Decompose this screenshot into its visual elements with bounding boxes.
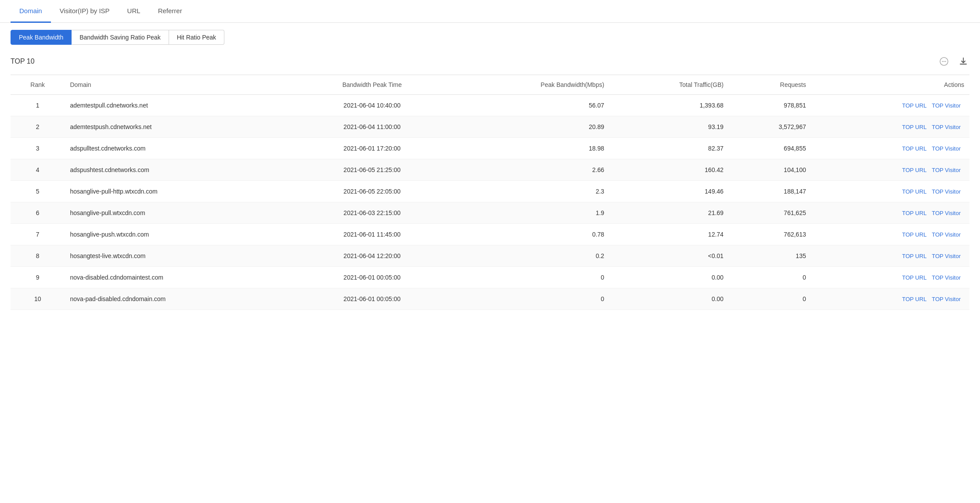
cell-actions: TOP URL TOP Visitor	[811, 181, 969, 202]
section-header: TOP 10	[0, 52, 980, 75]
sub-tabs: Peak Bandwidth Bandwidth Saving Ratio Pe…	[0, 23, 980, 52]
cell-total-traffic: 82.37	[609, 138, 729, 159]
subtab-bandwidth-saving[interactable]: Bandwidth Saving Ratio Peak	[72, 30, 169, 45]
top-visitor-button[interactable]: TOP Visitor	[932, 167, 961, 173]
page-container: Domain Visitor(IP) by ISP URL Referrer P…	[0, 0, 980, 310]
cell-domain: hosanglive-push.wtxcdn.com	[65, 224, 296, 245]
download-icon	[958, 57, 968, 66]
cell-total-traffic: 1,393.68	[609, 95, 729, 116]
top-url-button[interactable]: TOP URL	[902, 253, 926, 259]
cell-domain: nova-disabled.cdndomaintest.com	[65, 267, 296, 288]
cell-actions: TOP URL TOP Visitor	[811, 95, 969, 116]
top-url-button[interactable]: TOP URL	[902, 124, 926, 130]
cell-bandwidth-peak-time: 2021-06-04 10:40:00	[296, 95, 448, 116]
cell-rank: 4	[11, 159, 65, 181]
col-header-domain: Domain	[65, 75, 296, 95]
top-visitor-button[interactable]: TOP Visitor	[932, 188, 961, 195]
tab-url[interactable]: URL	[119, 0, 149, 23]
top-url-button[interactable]: TOP URL	[902, 231, 926, 238]
tab-domain[interactable]: Domain	[11, 0, 51, 23]
top-url-button[interactable]: TOP URL	[902, 145, 926, 152]
cell-domain: hosanglive-pull.wtxcdn.com	[65, 202, 296, 224]
subtab-hit-ratio[interactable]: Hit Ratio Peak	[169, 30, 224, 45]
cell-peak-bandwidth: 56.07	[448, 95, 609, 116]
top-url-button[interactable]: TOP URL	[902, 167, 926, 173]
cell-bandwidth-peak-time: 2021-06-01 00:05:00	[296, 288, 448, 310]
more-icon	[939, 57, 949, 66]
cell-peak-bandwidth: 18.98	[448, 138, 609, 159]
cell-requests: 761,625	[729, 202, 811, 224]
cell-actions: TOP URL TOP Visitor	[811, 116, 969, 138]
top-url-button[interactable]: TOP URL	[902, 188, 926, 195]
cell-requests: 3,572,967	[729, 116, 811, 138]
cell-requests: 0	[729, 288, 811, 310]
top-visitor-button[interactable]: TOP Visitor	[932, 253, 961, 259]
top-url-button[interactable]: TOP URL	[902, 274, 926, 281]
top-visitor-button[interactable]: TOP Visitor	[932, 296, 961, 302]
cell-rank: 8	[11, 245, 65, 267]
table-row: 2 ademtestpush.cdnetworks.net 2021-06-04…	[11, 116, 969, 138]
table-header-row: Rank Domain Bandwidth Peak Time Peak Ban…	[11, 75, 969, 95]
cell-domain: adspulltest.cdnetworks.com	[65, 138, 296, 159]
cell-total-traffic: 149.46	[609, 181, 729, 202]
cell-rank: 3	[11, 138, 65, 159]
cell-rank: 5	[11, 181, 65, 202]
table-wrapper: Rank Domain Bandwidth Peak Time Peak Ban…	[0, 75, 980, 310]
cell-actions: TOP URL TOP Visitor	[811, 288, 969, 310]
cell-rank: 2	[11, 116, 65, 138]
cell-actions: TOP URL TOP Visitor	[811, 224, 969, 245]
cell-requests: 188,147	[729, 181, 811, 202]
cell-total-traffic: 0.00	[609, 267, 729, 288]
col-header-bandwidth-peak-time: Bandwidth Peak Time	[296, 75, 448, 95]
table-row: 10 nova-pad-disabled.cdndomain.com 2021-…	[11, 288, 969, 310]
top-tabs: Domain Visitor(IP) by ISP URL Referrer	[0, 0, 980, 23]
cell-peak-bandwidth: 2.3	[448, 181, 609, 202]
download-button[interactable]	[957, 55, 969, 68]
top-visitor-button[interactable]: TOP Visitor	[932, 102, 961, 109]
cell-bandwidth-peak-time: 2021-06-01 17:20:00	[296, 138, 448, 159]
cell-requests: 104,100	[729, 159, 811, 181]
cell-total-traffic: 0.00	[609, 288, 729, 310]
cell-peak-bandwidth: 0	[448, 288, 609, 310]
cell-domain: ademtestpush.cdnetworks.net	[65, 116, 296, 138]
col-header-actions: Actions	[811, 75, 969, 95]
cell-requests: 978,851	[729, 95, 811, 116]
cell-requests: 694,855	[729, 138, 811, 159]
subtab-peak-bandwidth[interactable]: Peak Bandwidth	[11, 30, 72, 45]
top-visitor-button[interactable]: TOP Visitor	[932, 210, 961, 216]
cell-requests: 135	[729, 245, 811, 267]
data-table: Rank Domain Bandwidth Peak Time Peak Ban…	[11, 75, 969, 310]
cell-actions: TOP URL TOP Visitor	[811, 138, 969, 159]
cell-bandwidth-peak-time: 2021-06-05 22:05:00	[296, 181, 448, 202]
cell-bandwidth-peak-time: 2021-06-01 11:45:00	[296, 224, 448, 245]
table-row: 4 adspushtest.cdnetworks.com 2021-06-05 …	[11, 159, 969, 181]
col-header-rank: Rank	[11, 75, 65, 95]
top-visitor-button[interactable]: TOP Visitor	[932, 231, 961, 238]
cell-bandwidth-peak-time: 2021-06-04 12:20:00	[296, 245, 448, 267]
top-url-button[interactable]: TOP URL	[902, 102, 926, 109]
top-visitor-button[interactable]: TOP Visitor	[932, 145, 961, 152]
tab-referrer[interactable]: Referrer	[149, 0, 191, 23]
cell-actions: TOP URL TOP Visitor	[811, 159, 969, 181]
top-visitor-button[interactable]: TOP Visitor	[932, 274, 961, 281]
cell-requests: 762,613	[729, 224, 811, 245]
top-url-button[interactable]: TOP URL	[902, 296, 926, 302]
table-row: 7 hosanglive-push.wtxcdn.com 2021-06-01 …	[11, 224, 969, 245]
cell-domain: ademtestpull.cdnetworks.net	[65, 95, 296, 116]
cell-peak-bandwidth: 0	[448, 267, 609, 288]
cell-rank: 6	[11, 202, 65, 224]
cell-actions: TOP URL TOP Visitor	[811, 267, 969, 288]
top-url-button[interactable]: TOP URL	[902, 210, 926, 216]
more-options-button[interactable]	[938, 55, 950, 68]
table-row: 8 hosangtest-live.wtxcdn.com 2021-06-04 …	[11, 245, 969, 267]
table-body: 1 ademtestpull.cdnetworks.net 2021-06-04…	[11, 95, 969, 310]
cell-domain: hosangtest-live.wtxcdn.com	[65, 245, 296, 267]
table-row: 3 adspulltest.cdnetworks.com 2021-06-01 …	[11, 138, 969, 159]
cell-total-traffic: 160.42	[609, 159, 729, 181]
cell-total-traffic: 21.69	[609, 202, 729, 224]
tab-visitor-isp[interactable]: Visitor(IP) by ISP	[51, 0, 119, 23]
cell-domain: nova-pad-disabled.cdndomain.com	[65, 288, 296, 310]
col-header-total-traffic: Total Traffic(GB)	[609, 75, 729, 95]
top-visitor-button[interactable]: TOP Visitor	[932, 124, 961, 130]
cell-bandwidth-peak-time: 2021-06-04 11:00:00	[296, 116, 448, 138]
